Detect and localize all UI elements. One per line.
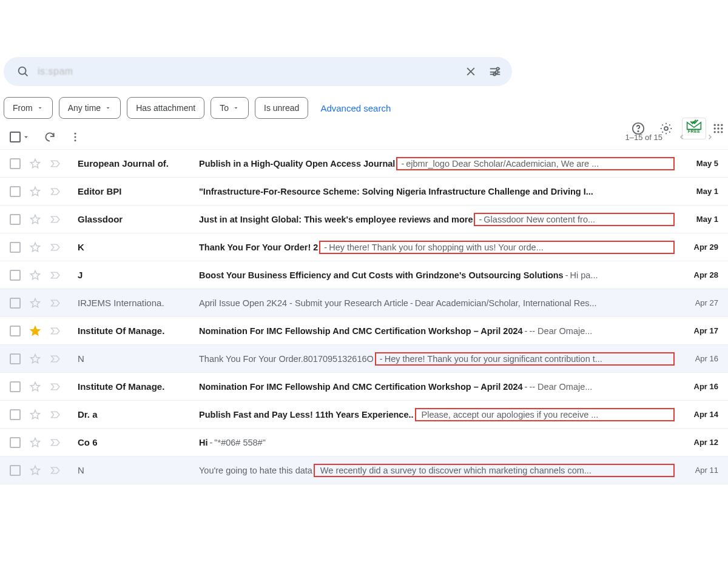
row-checkbox[interactable] xyxy=(10,381,21,392)
star-icon[interactable] xyxy=(29,436,41,449)
subject-line: Thank You For Your Order! 2 - Hey there!… xyxy=(199,241,675,254)
filter-anytime-chip[interactable]: Any time xyxy=(59,97,121,119)
star-icon[interactable] xyxy=(29,186,41,198)
snippet: We recently did a survey to discover whi… xyxy=(320,466,672,475)
svg-point-21 xyxy=(75,139,76,141)
email-row[interactable]: European Journal of.Publish in a High-Qu… xyxy=(0,150,728,178)
prev-page-icon[interactable] xyxy=(678,133,690,141)
chip-label: Is unread xyxy=(264,103,299,113)
filter-chip-row: From Any time Has attachment To Is unrea… xyxy=(0,97,728,127)
important-icon[interactable] xyxy=(50,437,62,447)
next-page-icon[interactable] xyxy=(706,133,718,141)
row-checkbox[interactable] xyxy=(10,326,21,336)
email-row[interactable]: Co 6Hi - "*#06# 558#"Apr 12 xyxy=(0,429,728,457)
sender: Co 6 xyxy=(78,437,199,447)
star-icon[interactable] xyxy=(29,464,41,477)
important-icon[interactable] xyxy=(50,326,62,336)
search-icon[interactable] xyxy=(11,59,35,84)
row-checkbox[interactable] xyxy=(10,186,21,197)
row-checkbox[interactable] xyxy=(10,298,21,309)
subject: Thank You For Your Order.8017095132616O xyxy=(199,354,374,364)
row-checkbox[interactable] xyxy=(10,465,21,476)
star-icon[interactable] xyxy=(29,409,41,421)
important-icon[interactable] xyxy=(50,214,62,224)
email-row[interactable]: Editor BPI"Infrastructure-For-Resource S… xyxy=(0,178,728,206)
snippet: -- Dear Omaje... xyxy=(529,382,675,392)
star-icon[interactable] xyxy=(29,381,41,393)
chip-label: Any time xyxy=(68,103,101,113)
row-checkbox[interactable] xyxy=(10,214,21,225)
date: Apr 11 xyxy=(681,466,718,475)
star-icon[interactable] xyxy=(29,158,41,170)
snippet: Hey there! Thank you for your significan… xyxy=(385,354,672,364)
filter-to-chip[interactable]: To xyxy=(211,97,249,119)
refresh-icon[interactable] xyxy=(44,131,56,143)
email-row[interactable]: GlassdoorJust in at Insight Global: This… xyxy=(0,206,728,233)
important-icon[interactable] xyxy=(50,270,62,280)
chevron-down-icon xyxy=(104,104,112,112)
subject: Thank You For Your Order! 2 xyxy=(199,242,318,252)
date: May 1 xyxy=(681,187,718,196)
important-icon[interactable] xyxy=(50,381,62,392)
star-icon[interactable] xyxy=(29,325,41,337)
important-icon[interactable] xyxy=(50,353,62,364)
subject: Just in at Insight Global: This week's e… xyxy=(199,215,473,224)
svg-point-5 xyxy=(496,71,498,73)
subject-line: Publish in a High-Quality Open Access Jo… xyxy=(199,157,675,170)
row-checkbox[interactable] xyxy=(10,409,21,420)
row-checkbox[interactable] xyxy=(10,158,21,169)
email-row[interactable]: IRJEMS Internationa.April Issue Open 2K2… xyxy=(0,289,728,317)
star-icon[interactable] xyxy=(29,213,41,226)
important-icon[interactable] xyxy=(50,465,62,475)
snippet: "*#06# 558#" xyxy=(214,438,675,447)
email-row[interactable]: JBoost Your Business Efficiency and Cut … xyxy=(0,261,728,289)
star-icon[interactable] xyxy=(29,241,41,253)
sender: Dr. a xyxy=(78,409,199,420)
sender: IRJEMS Internationa. xyxy=(78,298,199,308)
important-icon[interactable] xyxy=(50,186,62,196)
filter-attachment-chip[interactable]: Has attachment xyxy=(127,97,204,119)
page-count: 1–15 of 15 xyxy=(625,133,662,142)
important-icon[interactable] xyxy=(50,409,62,420)
date: Apr 27 xyxy=(681,298,718,307)
star-icon[interactable] xyxy=(29,353,41,365)
subject-line: Thank You For Your Order.8017095132616O … xyxy=(199,352,675,366)
email-row[interactable]: NThank You For Your Order.8017095132616O… xyxy=(0,345,728,373)
date: Apr 28 xyxy=(681,270,718,279)
row-checkbox[interactable] xyxy=(10,437,21,448)
clear-search-icon[interactable] xyxy=(459,59,483,84)
search-input[interactable] xyxy=(35,66,459,77)
important-icon[interactable] xyxy=(50,298,62,308)
row-checkbox[interactable] xyxy=(10,353,21,364)
subject: "Infrastructure-For-Resource Scheme: Sol… xyxy=(199,187,593,196)
email-row[interactable]: Institute Of Manage.Nomination For IMC F… xyxy=(0,373,728,401)
subject-line: April Issue Open 2K24 - Submit your Rese… xyxy=(199,298,675,308)
select-all-checkbox[interactable] xyxy=(10,132,30,142)
sender: Institute Of Manage. xyxy=(78,381,199,392)
advanced-search-link[interactable]: Advanced search xyxy=(320,103,391,113)
snippet: Glassdoor New content fro... xyxy=(484,215,672,224)
email-row[interactable]: NYou're going to hate this data We recen… xyxy=(0,457,728,484)
important-icon[interactable] xyxy=(50,158,62,169)
svg-point-10 xyxy=(714,124,716,126)
row-checkbox[interactable] xyxy=(10,270,21,281)
filter-unread-chip[interactable]: Is unread xyxy=(255,97,308,119)
filter-from-chip[interactable]: From xyxy=(4,97,53,119)
subject: Nomination For IMC Fellowship And CMC Ce… xyxy=(199,382,523,392)
email-row[interactable]: Dr. aPublish Fast and Pay Less! 11th Yea… xyxy=(0,401,728,429)
email-row[interactable]: KThank You For Your Order! 2 - Hey there… xyxy=(0,233,728,261)
important-icon[interactable] xyxy=(50,242,62,252)
chevron-down-icon[interactable] xyxy=(22,133,30,141)
svg-point-20 xyxy=(75,136,76,138)
email-row[interactable]: Institute Of Manage.Nomination For IMC F… xyxy=(0,317,728,345)
svg-point-12 xyxy=(721,124,723,126)
snippet: Hi pa... xyxy=(570,270,675,280)
search-bar xyxy=(4,57,512,86)
star-icon[interactable] xyxy=(29,269,41,281)
more-icon[interactable] xyxy=(69,131,81,143)
highlighted-snippet: Please, accept our apologies if you rece… xyxy=(415,408,675,421)
row-checkbox[interactable] xyxy=(10,242,21,253)
star-icon[interactable] xyxy=(29,297,41,309)
subject: Publish in a High-Quality Open Access Jo… xyxy=(199,159,395,169)
search-options-icon[interactable] xyxy=(483,59,507,84)
